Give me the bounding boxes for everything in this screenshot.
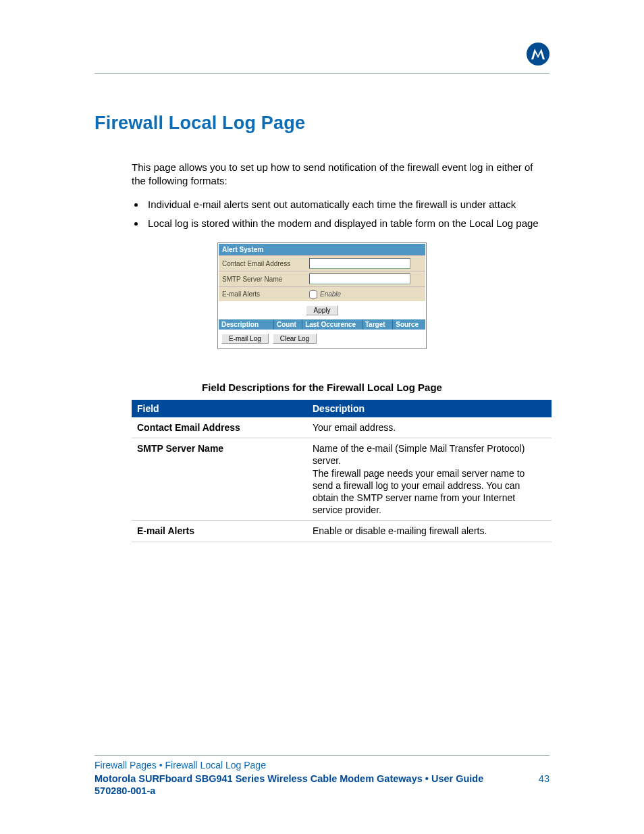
smtp-server-label: SMTP Server Name — [219, 272, 306, 286]
col-description: Description — [219, 319, 274, 330]
enable-label: Enable — [320, 290, 341, 298]
embedded-screenshot: Alert System Contact Email Address SMTP … — [217, 242, 427, 349]
breadcrumb: Firewall Pages • Firewall Local Log Page — [95, 760, 549, 771]
alert-system-header: Alert System — [219, 244, 425, 255]
col-last-occurence: Last Occurence — [302, 319, 363, 330]
apply-button[interactable]: Apply — [306, 305, 338, 315]
email-alerts-label: E-mail Alerts — [219, 287, 306, 301]
field-desc: Your email address. — [307, 417, 552, 438]
list-item: Individual e-mail alerts sent out automa… — [145, 198, 549, 211]
smtp-server-input[interactable] — [309, 273, 410, 284]
th-field: Field — [132, 400, 307, 417]
header-rule — [95, 73, 549, 74]
field-desc: Enable or disable e-mailing firewall ale… — [307, 521, 552, 542]
document-number: 570280-001-a — [95, 785, 549, 796]
col-source: Source — [393, 319, 425, 330]
email-log-button[interactable]: E-mail Log — [221, 334, 269, 344]
motorola-logo-icon — [527, 43, 549, 66]
table-caption: Field Descriptions for the Firewall Loca… — [95, 382, 549, 393]
enable-checkbox[interactable] — [309, 290, 317, 298]
field-name: SMTP Server Name — [132, 438, 307, 521]
col-target: Target — [363, 319, 393, 330]
page-footer: Firewall Pages • Firewall Local Log Page… — [95, 755, 549, 796]
contact-email-input[interactable] — [309, 258, 410, 269]
intro-paragraph: This page allows you to set up how to se… — [132, 161, 549, 188]
table-row: Contact Email Address Your email address… — [132, 417, 552, 438]
log-table-header: Description Count Last Occurence Target … — [219, 319, 425, 330]
guide-title: Motorola SURFboard SBG941 Series Wireles… — [95, 773, 483, 784]
page-title: Firewall Local Log Page — [95, 113, 549, 134]
bullet-list: Individual e-mail alerts sent out automa… — [145, 198, 549, 231]
field-descriptions-table: Field Description Contact Email Address … — [132, 400, 552, 542]
list-item: Local log is stored within the modem and… — [145, 217, 549, 230]
table-row: SMTP Server Name Name of the e-mail (Sim… — [132, 438, 552, 521]
page-number: 43 — [539, 773, 549, 784]
col-count: Count — [274, 319, 302, 330]
field-desc: Name of the e-mail (Simple Mail Transfer… — [307, 438, 552, 521]
th-description: Description — [307, 400, 552, 417]
field-name: E-mail Alerts — [132, 521, 307, 542]
contact-email-label: Contact Email Address — [219, 257, 306, 271]
field-name: Contact Email Address — [132, 417, 307, 438]
clear-log-button[interactable]: Clear Log — [273, 334, 317, 344]
table-row: E-mail Alerts Enable or disable e-mailin… — [132, 521, 552, 542]
